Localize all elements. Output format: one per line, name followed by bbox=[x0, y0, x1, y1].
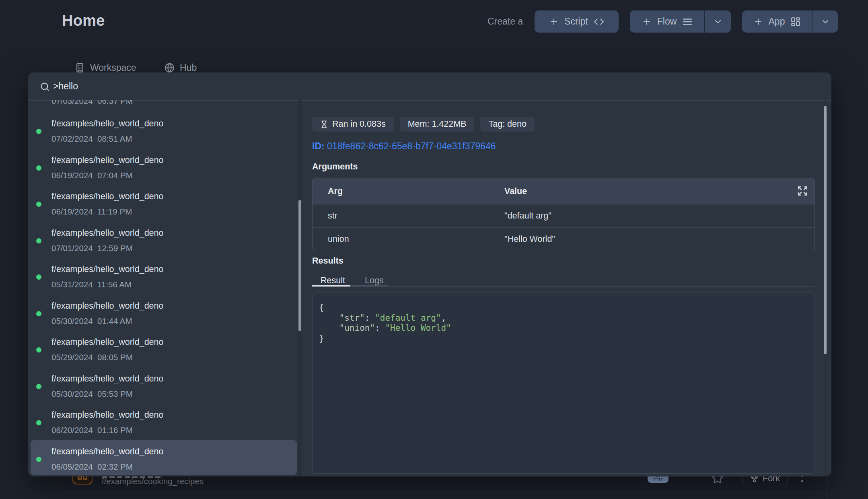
value-column-header: Value bbox=[504, 186, 527, 196]
run-list-item[interactable]: f/examples/hello_world_deno 06/19/2024 0… bbox=[28, 142, 299, 181]
success-status-dot bbox=[36, 420, 41, 425]
memory-badge: Mem: 1.422MB bbox=[400, 117, 475, 132]
run-stats-badges: Ran in 0.083s Mem: 1.422MB Tag: deno bbox=[312, 117, 535, 132]
arg-column-header: Arg bbox=[313, 186, 504, 196]
command-palette-overlay: 07/03/2024 06:37 PM f/examples/hello_wor… bbox=[28, 72, 831, 476]
result-json-viewer: { "str": "default arg", "union": "Hello … bbox=[312, 293, 815, 474]
row-divider bbox=[60, 492, 827, 493]
tag-badge: Tag: deno bbox=[480, 117, 534, 132]
run-id-label: ID: bbox=[312, 141, 325, 151]
create-flow-dropdown-button[interactable] bbox=[705, 10, 731, 33]
app-button-label: App bbox=[769, 16, 785, 27]
logs-tab-underline bbox=[350, 285, 388, 287]
success-status-dot bbox=[36, 165, 41, 171]
arg-value-cell: "Hello World" bbox=[504, 234, 555, 244]
run-list-item[interactable]: f/examples/hello_world_deno 07/01/2024 1… bbox=[28, 215, 299, 254]
memory-badge-label: Mem: 1.422MB bbox=[408, 119, 467, 129]
run-list-item[interactable]: f/examples/hello_world_deno 05/30/2024 0… bbox=[28, 288, 299, 327]
detail-scrollbar-thumb[interactable] bbox=[824, 106, 827, 354]
run-list-item[interactable]: f/examples/hello_world_deno 06/19/2024 1… bbox=[28, 179, 299, 217]
success-status-dot bbox=[36, 457, 41, 462]
hourglass-icon bbox=[320, 120, 328, 128]
success-status-dot bbox=[36, 274, 41, 280]
run-path: f/examples/hello_world_deno bbox=[51, 300, 163, 312]
run-list-item[interactable]: f/examples/hello_world_deno 05/31/2024 1… bbox=[28, 252, 299, 290]
search-input[interactable] bbox=[53, 78, 455, 94]
chevron-down-icon bbox=[713, 17, 723, 27]
tab-logs[interactable]: Logs bbox=[365, 276, 384, 286]
card-edge-line bbox=[827, 477, 827, 499]
run-path: f/examples/hello_world_deno bbox=[51, 118, 163, 130]
run-list-item[interactable]: f/examples/hello_world_deno 05/30/2024 0… bbox=[28, 361, 299, 400]
runtime-badge: Ran in 0.083s bbox=[312, 117, 394, 132]
run-datetime: 06/05/2024 02:32 PM bbox=[51, 461, 133, 473]
success-status-dot bbox=[36, 129, 41, 134]
page-title: Home bbox=[62, 12, 105, 29]
building-icon bbox=[75, 63, 85, 73]
expand-icon[interactable] bbox=[797, 186, 808, 196]
arguments-table-row: union"Hello World" bbox=[313, 227, 815, 251]
code-line: { bbox=[319, 303, 808, 313]
create-script-button[interactable]: Script bbox=[535, 10, 619, 33]
code-icon bbox=[594, 16, 604, 27]
arguments-heading: Arguments bbox=[312, 162, 358, 172]
arguments-table: Arg Value str"default arg"union"Hello Wo… bbox=[312, 178, 815, 251]
success-status-dot bbox=[36, 311, 41, 316]
run-id-value: 018fe862-8c62-65e8-b7f7-04e31f379646 bbox=[327, 141, 496, 151]
create-a-label: Create a bbox=[487, 16, 523, 27]
chevron-down-icon bbox=[821, 17, 830, 27]
run-id-link[interactable]: ID: 018fe862-8c62-65e8-b7f7-04e31f379646 bbox=[312, 141, 496, 152]
runtime-badge-label: Ran in 0.083s bbox=[332, 119, 386, 129]
success-status-dot bbox=[36, 202, 41, 207]
run-path: f/examples/hello_world_deno bbox=[51, 190, 163, 202]
flow-lines-icon bbox=[682, 16, 693, 27]
run-list-scrollbar-thumb[interactable] bbox=[298, 200, 301, 331]
arg-name-cell: union bbox=[313, 234, 504, 244]
arguments-table-header: Arg Value bbox=[313, 178, 815, 204]
dashboard-grid-icon bbox=[790, 16, 801, 27]
run-path: f/examples/hello_world_deno bbox=[51, 154, 163, 166]
run-list-item[interactable]: f/examples/hello_world_deno 07/02/2024 0… bbox=[28, 106, 299, 144]
result-tab-active-underline bbox=[312, 285, 350, 287]
flow-button-label: Flow bbox=[657, 16, 677, 27]
run-list-item[interactable]: f/examples/hello_world_deno 06/05/2024 0… bbox=[28, 434, 299, 472]
run-path: f/examples/hello_world_deno bbox=[51, 336, 163, 348]
run-list-item[interactable]: f/examples/hello_world_deno 05/29/2024 0… bbox=[28, 324, 299, 363]
hub-tab-label: Hub bbox=[180, 62, 197, 73]
script-button-label: Script bbox=[564, 16, 588, 27]
tab-result[interactable]: Result bbox=[321, 276, 345, 286]
workspace-tab-label: Workspace bbox=[90, 62, 136, 73]
run-list: 07/03/2024 06:37 PM f/examples/hello_wor… bbox=[28, 100, 299, 476]
arguments-table-row: str"default arg" bbox=[313, 204, 815, 227]
run-path: f/examples/hello_world_deno bbox=[51, 227, 163, 239]
arg-value-cell: "default arg" bbox=[504, 211, 551, 221]
run-path: f/examples/hello_world_deno bbox=[51, 445, 163, 458]
create-app-dropdown-button[interactable] bbox=[812, 10, 838, 33]
success-status-dot bbox=[36, 384, 41, 389]
run-path: f/examples/hello_world_deno bbox=[51, 373, 163, 385]
results-heading: Results bbox=[312, 256, 343, 266]
run-path: f/examples/hello_world_deno bbox=[51, 409, 163, 421]
success-status-dot bbox=[36, 347, 41, 353]
tag-badge-label: Tag: deno bbox=[488, 119, 526, 129]
arg-name-cell: str bbox=[313, 211, 504, 221]
app-root: Home Create a Script Flow App Workspace … bbox=[0, 0, 868, 499]
success-status-dot bbox=[36, 238, 41, 243]
app-path-label: f/examples/cooking_recipes bbox=[102, 476, 204, 487]
arguments-table-body: str"default arg"union"Hello World" bbox=[313, 204, 815, 251]
plus-icon bbox=[753, 17, 763, 27]
run-list-item[interactable]: f/examples/hello_world_deno 06/20/2024 0… bbox=[28, 397, 299, 436]
run-path: f/examples/hello_world_deno bbox=[51, 263, 163, 275]
plus-icon bbox=[642, 17, 652, 27]
code-line: } bbox=[319, 334, 808, 344]
code-line: "str": "default arg", bbox=[319, 313, 808, 324]
code-line: "union": "Hello World" bbox=[319, 323, 808, 334]
create-flow-button[interactable]: Flow bbox=[630, 10, 705, 33]
create-app-button[interactable]: App bbox=[742, 10, 812, 33]
plus-icon bbox=[549, 17, 559, 27]
search-icon bbox=[39, 81, 50, 92]
globe-icon bbox=[165, 63, 175, 73]
